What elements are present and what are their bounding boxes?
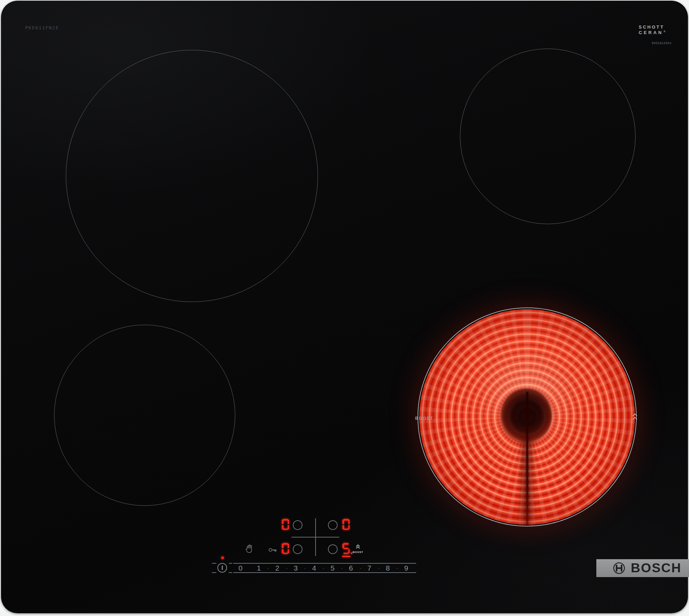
display-rear-left	[282, 519, 289, 530]
zone-select-key-rear-left[interactable]	[293, 520, 302, 530]
slider-separator-dot: ·	[284, 565, 289, 571]
cooking-zone-rear-right	[460, 49, 636, 224]
slider-separator-dot: ·	[358, 565, 363, 571]
slider-separator-dot: ·	[376, 565, 381, 571]
slider-separator-dot: ·	[302, 565, 308, 571]
boost-zone-marking: BOOST	[415, 416, 433, 421]
double-chevron-up-icon	[632, 413, 638, 421]
active-level-cursor	[342, 556, 350, 557]
slider-level-7[interactable]: 7	[364, 564, 374, 572]
display-front-right	[342, 543, 350, 554]
zone-select-key-front-left[interactable]	[293, 544, 302, 554]
boost-key[interactable]: BOOST	[351, 544, 365, 554]
slider-track-bottom	[233, 572, 416, 573]
slider-separator-dot: ·	[339, 565, 345, 571]
zone-select-key-front-right[interactable]	[328, 544, 338, 554]
schott-ceran-logo: SCHOTT CERAN®	[639, 25, 667, 35]
slider-level-0[interactable]: 0	[235, 564, 246, 572]
bosch-wordmark: BOSCH	[631, 561, 681, 575]
schott-logo-line1: SCHOTT	[639, 25, 667, 29]
boost-key-label: BOOST	[351, 551, 365, 554]
bosch-symbol-icon	[613, 562, 625, 574]
logo-underline	[639, 33, 642, 34]
power-icon	[222, 566, 223, 570]
schott-logo-line2: CERAN®	[639, 30, 667, 35]
key-lock-icon[interactable]	[268, 547, 277, 553]
hand-icon[interactable]	[246, 545, 253, 554]
hob-glass-surface: PKE611FN2E SCHOTT CERAN® 9001612554 BOOS…	[1, 1, 688, 613]
slider-separator-dot: ·	[266, 565, 271, 571]
selector-cross-horizontal	[291, 537, 339, 537]
display-front-left	[282, 543, 289, 554]
slider-level-8[interactable]: 8	[383, 564, 393, 572]
cooking-zone-front-left	[54, 325, 235, 506]
slider-separator-dot: ·	[321, 565, 326, 571]
boost-chevron-icon	[356, 544, 360, 549]
slider-level-2[interactable]: 2	[272, 564, 282, 572]
slider-level-5[interactable]: 5	[327, 564, 338, 572]
radiant-heating-element	[419, 309, 635, 525]
power-button[interactable]	[217, 563, 227, 573]
registered-mark: ®	[664, 30, 667, 33]
slider-level-4[interactable]: 4	[309, 564, 319, 572]
power-status-led	[221, 556, 224, 559]
slider-level-3[interactable]: 3	[290, 564, 301, 572]
slider-level-1[interactable]: 1	[254, 564, 264, 572]
slider-separator-dot: ·	[394, 565, 400, 571]
bosch-logo-band: BOSCH	[596, 559, 689, 577]
slider-level-9[interactable]: 9	[401, 564, 411, 572]
cooking-zone-front-right-hot	[418, 307, 637, 526]
cooking-zone-rear-left	[66, 50, 318, 302]
zone-select-key-rear-right[interactable]	[328, 520, 338, 530]
product-photo-bosch-hob: PKE611FN2E SCHOTT CERAN® 9001612554 BOOS…	[0, 0, 689, 616]
model-number-label: PKE611FN2E	[25, 25, 59, 30]
slider-level-6[interactable]: 6	[346, 564, 356, 572]
slider-track-top	[233, 563, 416, 564]
glass-code-label: 9001612554	[652, 41, 671, 45]
display-rear-right	[342, 519, 350, 530]
